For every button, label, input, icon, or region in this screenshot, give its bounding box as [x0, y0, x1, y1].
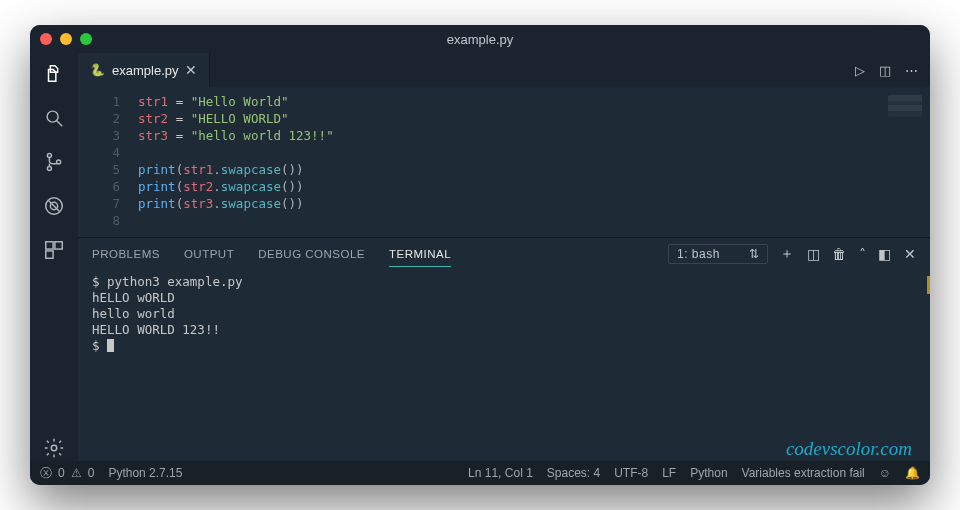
status-problems[interactable]: ⓧ0 ⚠0 — [40, 465, 94, 482]
run-icon[interactable]: ▷ — [855, 63, 865, 78]
watermark-text: codevscolor.com — [786, 441, 912, 457]
window-title: example.py — [30, 32, 930, 47]
notifications-bell-icon[interactable]: 🔔 — [905, 466, 920, 480]
toggle-panel-icon[interactable]: ◧ — [878, 246, 892, 262]
chevron-updown-icon: ⇅ — [749, 247, 760, 261]
warning-icon: ⚠ — [71, 466, 82, 480]
terminal-selector[interactable]: 1: bash ⇅ — [668, 244, 768, 264]
editor-actions: ▷ ◫ ⋯ — [855, 53, 930, 87]
status-message[interactable]: Variables extraction fail — [742, 466, 865, 480]
tab-output[interactable]: OUTPUT — [184, 242, 234, 266]
svg-rect-9 — [55, 242, 62, 249]
tab-label: example.py — [112, 63, 178, 78]
tab-problems[interactable]: PROBLEMS — [92, 242, 160, 266]
svg-point-11 — [51, 445, 57, 451]
titlebar: example.py — [30, 25, 930, 53]
python-file-icon: 🐍 — [90, 63, 105, 77]
tab-terminal[interactable]: TERMINAL — [389, 242, 451, 267]
settings-gear-icon[interactable] — [41, 435, 67, 461]
close-panel-icon[interactable]: ✕ — [904, 246, 917, 262]
svg-point-2 — [47, 154, 51, 158]
status-cursor-position[interactable]: Ln 11, Col 1 — [468, 466, 533, 480]
status-indentation[interactable]: Spaces: 4 — [547, 466, 600, 480]
svg-rect-8 — [46, 242, 53, 249]
editor[interactable]: 1 2 3 4 5 6 7 8 str1 = "Hello World" str… — [78, 87, 930, 237]
activity-bar — [30, 53, 78, 461]
status-encoding[interactable]: UTF-8 — [614, 466, 648, 480]
svg-point-0 — [47, 111, 58, 122]
terminal-cursor — [107, 339, 114, 352]
split-terminal-icon[interactable]: ◫ — [807, 246, 821, 262]
new-terminal-icon[interactable]: ＋ — [780, 245, 795, 263]
tab-close-icon[interactable]: ✕ — [185, 62, 197, 78]
status-bar: ⓧ0 ⚠0 Python 2.7.15 Ln 11, Col 1 Spaces:… — [30, 461, 930, 485]
tab-example-py[interactable]: 🐍 example.py ✕ — [78, 53, 210, 87]
svg-point-3 — [47, 166, 51, 170]
terminal-scrollbar[interactable] — [927, 270, 930, 461]
panel-tab-bar: PROBLEMS OUTPUT DEBUG CONSOLE TERMINAL 1… — [78, 238, 930, 270]
split-editor-icon[interactable]: ◫ — [879, 63, 891, 78]
terminal-content[interactable]: $ python3 example.py hELLO wORLD hello w… — [78, 270, 930, 461]
status-eol[interactable]: LF — [662, 466, 676, 480]
error-icon: ⓧ — [40, 465, 52, 482]
explorer-icon[interactable] — [41, 61, 67, 87]
bottom-panel: PROBLEMS OUTPUT DEBUG CONSOLE TERMINAL 1… — [78, 237, 930, 461]
more-actions-icon[interactable]: ⋯ — [905, 63, 918, 78]
svg-point-4 — [57, 160, 61, 164]
minimap[interactable] — [888, 95, 922, 117]
tab-debug-console[interactable]: DEBUG CONSOLE — [258, 242, 365, 266]
debug-icon[interactable] — [41, 193, 67, 219]
status-language[interactable]: Python — [690, 466, 727, 480]
line-gutter: 1 2 3 4 5 6 7 8 — [78, 87, 134, 237]
svg-line-1 — [57, 121, 63, 127]
status-python-version[interactable]: Python 2.7.15 — [108, 466, 182, 480]
maximize-panel-icon[interactable]: ˄ — [859, 246, 867, 262]
search-icon[interactable] — [41, 105, 67, 131]
code-content[interactable]: str1 = "Hello World" str2 = "HELLO WORLD… — [134, 87, 334, 237]
extensions-icon[interactable] — [41, 237, 67, 263]
editor-window: example.py — [30, 25, 930, 485]
tab-bar: 🐍 example.py ✕ ▷ ◫ ⋯ — [78, 53, 930, 87]
feedback-smiley-icon[interactable]: ☺ — [879, 466, 891, 480]
svg-rect-10 — [46, 251, 53, 258]
source-control-icon[interactable] — [41, 149, 67, 175]
kill-terminal-icon[interactable]: 🗑 — [832, 246, 847, 262]
